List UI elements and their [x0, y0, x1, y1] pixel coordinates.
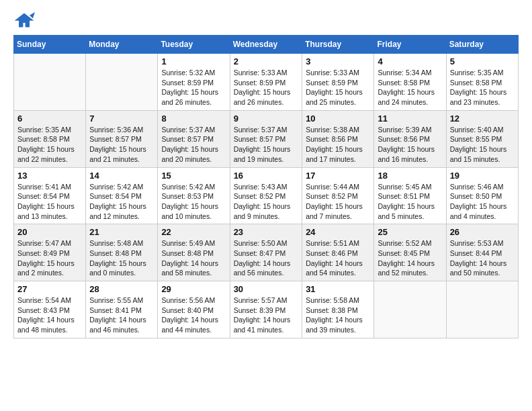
col-header-monday: Monday [86, 36, 158, 54]
col-header-wednesday: Wednesday [230, 36, 302, 54]
day-cell: 9Sunrise: 5:37 AM Sunset: 8:57 PM Daylig… [230, 110, 302, 167]
day-info: Sunrise: 5:36 AM Sunset: 8:57 PM Dayligh… [89, 125, 154, 165]
col-header-thursday: Thursday [302, 36, 374, 54]
week-row-4: 20Sunrise: 5:47 AM Sunset: 8:49 PM Dayli… [14, 224, 519, 281]
day-info: Sunrise: 5:43 AM Sunset: 8:52 PM Dayligh… [234, 182, 299, 222]
day-cell: 31Sunrise: 5:58 AM Sunset: 8:38 PM Dayli… [302, 281, 374, 338]
day-cell: 24Sunrise: 5:51 AM Sunset: 8:46 PM Dayli… [302, 224, 374, 281]
day-number: 25 [378, 227, 442, 237]
day-number: 9 [234, 113, 299, 124]
day-cell: 20Sunrise: 5:47 AM Sunset: 8:49 PM Dayli… [14, 224, 86, 281]
day-cell [14, 54, 86, 111]
day-number: 20 [17, 227, 82, 237]
day-info: Sunrise: 5:56 AM Sunset: 8:40 PM Dayligh… [161, 295, 226, 335]
day-number: 3 [306, 56, 370, 66]
day-number: 13 [17, 171, 82, 181]
calendar-table: SundayMondayTuesdayWednesdayThursdayFrid… [13, 35, 519, 338]
day-cell: 23Sunrise: 5:50 AM Sunset: 8:47 PM Dayli… [230, 224, 302, 281]
day-info: Sunrise: 5:37 AM Sunset: 8:57 PM Dayligh… [234, 125, 299, 165]
day-number: 18 [378, 171, 442, 181]
day-info: Sunrise: 5:47 AM Sunset: 8:49 PM Dayligh… [17, 238, 82, 278]
day-cell: 2Sunrise: 5:33 AM Sunset: 8:59 PM Daylig… [230, 54, 302, 111]
week-row-5: 27Sunrise: 5:54 AM Sunset: 8:43 PM Dayli… [14, 281, 519, 338]
day-number: 27 [17, 284, 82, 294]
day-number: 30 [234, 284, 299, 294]
day-info: Sunrise: 5:41 AM Sunset: 8:54 PM Dayligh… [17, 182, 82, 222]
day-cell: 8Sunrise: 5:37 AM Sunset: 8:57 PM Daylig… [158, 110, 230, 167]
day-cell: 13Sunrise: 5:41 AM Sunset: 8:54 PM Dayli… [14, 167, 86, 224]
day-info: Sunrise: 5:33 AM Sunset: 8:59 PM Dayligh… [306, 68, 370, 107]
day-info: Sunrise: 5:44 AM Sunset: 8:52 PM Dayligh… [306, 182, 370, 222]
day-number: 24 [306, 227, 370, 237]
day-cell: 3Sunrise: 5:33 AM Sunset: 8:59 PM Daylig… [302, 54, 374, 111]
day-number: 23 [234, 227, 299, 237]
day-cell [86, 54, 158, 111]
day-info: Sunrise: 5:46 AM Sunset: 8:50 PM Dayligh… [450, 182, 515, 222]
col-header-tuesday: Tuesday [158, 36, 230, 54]
day-cell: 1Sunrise: 5:32 AM Sunset: 8:59 PM Daylig… [158, 54, 230, 111]
day-number: 4 [378, 56, 442, 66]
day-number: 10 [306, 113, 370, 124]
day-cell: 22Sunrise: 5:49 AM Sunset: 8:48 PM Dayli… [158, 224, 230, 281]
day-info: Sunrise: 5:37 AM Sunset: 8:57 PM Dayligh… [161, 125, 226, 165]
day-info: Sunrise: 5:51 AM Sunset: 8:46 PM Dayligh… [306, 238, 370, 278]
day-cell: 30Sunrise: 5:57 AM Sunset: 8:39 PM Dayli… [230, 281, 302, 338]
day-number: 14 [89, 171, 154, 181]
day-info: Sunrise: 5:49 AM Sunset: 8:48 PM Dayligh… [161, 238, 226, 278]
day-info: Sunrise: 5:42 AM Sunset: 8:53 PM Dayligh… [161, 182, 226, 222]
day-number: 17 [306, 171, 370, 181]
day-cell: 4Sunrise: 5:34 AM Sunset: 8:58 PM Daylig… [374, 54, 446, 111]
day-cell: 18Sunrise: 5:45 AM Sunset: 8:51 PM Dayli… [374, 167, 446, 224]
day-number: 16 [234, 171, 299, 181]
day-cell [446, 281, 518, 338]
day-cell: 21Sunrise: 5:48 AM Sunset: 8:48 PM Dayli… [86, 224, 158, 281]
day-cell: 5Sunrise: 5:35 AM Sunset: 8:58 PM Daylig… [446, 54, 518, 111]
day-number: 6 [17, 113, 82, 124]
day-info: Sunrise: 5:45 AM Sunset: 8:51 PM Dayligh… [378, 182, 442, 222]
day-cell: 19Sunrise: 5:46 AM Sunset: 8:50 PM Dayli… [446, 167, 518, 224]
day-number: 12 [450, 113, 515, 124]
day-cell: 29Sunrise: 5:56 AM Sunset: 8:40 PM Dayli… [158, 281, 230, 338]
day-number: 8 [161, 113, 226, 124]
day-info: Sunrise: 5:35 AM Sunset: 8:58 PM Dayligh… [450, 68, 515, 107]
day-info: Sunrise: 5:58 AM Sunset: 8:38 PM Dayligh… [306, 295, 370, 335]
day-number: 28 [89, 284, 154, 294]
col-header-saturday: Saturday [446, 36, 518, 54]
day-number: 29 [161, 284, 226, 294]
day-number: 15 [161, 171, 226, 181]
day-number: 11 [378, 113, 442, 124]
day-cell: 7Sunrise: 5:36 AM Sunset: 8:57 PM Daylig… [86, 110, 158, 167]
day-info: Sunrise: 5:55 AM Sunset: 8:41 PM Dayligh… [89, 295, 154, 335]
day-number: 7 [89, 113, 154, 124]
day-cell: 26Sunrise: 5:53 AM Sunset: 8:44 PM Dayli… [446, 224, 518, 281]
week-row-1: 1Sunrise: 5:32 AM Sunset: 8:59 PM Daylig… [14, 54, 519, 111]
day-cell [374, 281, 446, 338]
day-info: Sunrise: 5:35 AM Sunset: 8:58 PM Dayligh… [17, 125, 82, 165]
day-cell: 28Sunrise: 5:55 AM Sunset: 8:41 PM Dayli… [86, 281, 158, 338]
day-info: Sunrise: 5:32 AM Sunset: 8:59 PM Dayligh… [161, 68, 226, 107]
day-cell: 10Sunrise: 5:38 AM Sunset: 8:56 PM Dayli… [302, 110, 374, 167]
col-header-friday: Friday [374, 36, 446, 54]
day-info: Sunrise: 5:57 AM Sunset: 8:39 PM Dayligh… [234, 295, 299, 335]
day-cell: 27Sunrise: 5:54 AM Sunset: 8:43 PM Dayli… [14, 281, 86, 338]
day-info: Sunrise: 5:48 AM Sunset: 8:48 PM Dayligh… [89, 238, 154, 278]
day-info: Sunrise: 5:52 AM Sunset: 8:45 PM Dayligh… [378, 238, 442, 278]
day-info: Sunrise: 5:40 AM Sunset: 8:55 PM Dayligh… [450, 125, 515, 165]
day-cell: 25Sunrise: 5:52 AM Sunset: 8:45 PM Dayli… [374, 224, 446, 281]
day-number: 31 [306, 284, 370, 294]
day-info: Sunrise: 5:53 AM Sunset: 8:44 PM Dayligh… [450, 238, 515, 278]
col-header-sunday: Sunday [14, 36, 86, 54]
day-number: 1 [161, 56, 226, 66]
day-info: Sunrise: 5:50 AM Sunset: 8:47 PM Dayligh… [234, 238, 299, 278]
week-row-3: 13Sunrise: 5:41 AM Sunset: 8:54 PM Dayli… [14, 167, 519, 224]
day-cell: 14Sunrise: 5:42 AM Sunset: 8:54 PM Dayli… [86, 167, 158, 224]
day-cell: 17Sunrise: 5:44 AM Sunset: 8:52 PM Dayli… [302, 167, 374, 224]
week-row-2: 6Sunrise: 5:35 AM Sunset: 8:58 PM Daylig… [14, 110, 519, 167]
page-header [13, 11, 519, 30]
day-cell: 16Sunrise: 5:43 AM Sunset: 8:52 PM Dayli… [230, 167, 302, 224]
day-number: 26 [450, 227, 515, 237]
day-cell: 12Sunrise: 5:40 AM Sunset: 8:55 PM Dayli… [446, 110, 518, 167]
day-number: 22 [161, 227, 226, 237]
day-info: Sunrise: 5:42 AM Sunset: 8:54 PM Dayligh… [89, 182, 154, 222]
day-info: Sunrise: 5:34 AM Sunset: 8:58 PM Dayligh… [378, 68, 442, 107]
